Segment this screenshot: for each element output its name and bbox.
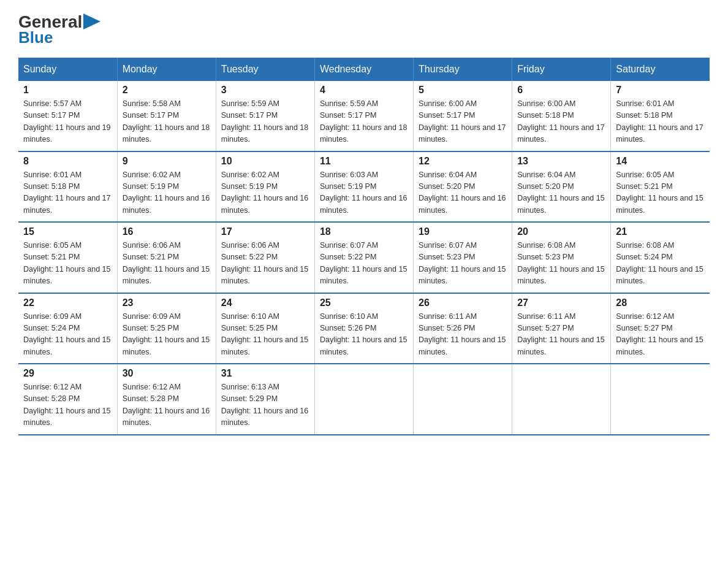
day-number: 7 — [616, 85, 705, 96]
day-info: Sunrise: 5:57 AMSunset: 5:17 PMDaylight:… — [23, 98, 112, 146]
logo-blue: Blue — [18, 29, 53, 45]
day-info: Sunrise: 6:06 AMSunset: 5:21 PMDaylight:… — [123, 240, 211, 288]
day-number: 20 — [517, 226, 605, 237]
day-info: Sunrise: 6:08 AMSunset: 5:24 PMDaylight:… — [616, 240, 705, 288]
logo-arrow-icon — [83, 13, 100, 29]
day-number: 24 — [221, 297, 309, 308]
day-number: 25 — [320, 297, 408, 308]
calendar-cell: 14Sunrise: 6:05 AMSunset: 5:21 PMDayligh… — [611, 151, 710, 223]
day-info: Sunrise: 6:02 AMSunset: 5:19 PMDaylight:… — [221, 169, 309, 217]
day-number: 4 — [320, 85, 408, 96]
calendar-week-row: 22Sunrise: 6:09 AMSunset: 5:24 PMDayligh… — [18, 293, 710, 364]
calendar-cell: 23Sunrise: 6:09 AMSunset: 5:25 PMDayligh… — [117, 293, 216, 364]
calendar-cell: 2Sunrise: 5:58 AMSunset: 5:17 PMDaylight… — [117, 81, 216, 151]
page-header: General Blue — [18, 12, 710, 45]
header-day-wednesday: Wednesday — [314, 58, 413, 81]
day-number: 18 — [320, 226, 408, 237]
calendar-cell: 1Sunrise: 5:57 AMSunset: 5:17 PMDaylight… — [18, 81, 117, 151]
day-number: 17 — [221, 226, 309, 237]
day-info: Sunrise: 5:59 AMSunset: 5:17 PMDaylight:… — [320, 98, 408, 146]
calendar-cell — [314, 364, 413, 435]
calendar-cell: 9Sunrise: 6:02 AMSunset: 5:19 PMDaylight… — [117, 151, 216, 223]
calendar-cell: 28Sunrise: 6:12 AMSunset: 5:27 PMDayligh… — [611, 293, 710, 364]
day-info: Sunrise: 6:01 AMSunset: 5:18 PMDaylight:… — [23, 169, 112, 217]
calendar-cell: 27Sunrise: 6:11 AMSunset: 5:27 PMDayligh… — [512, 293, 611, 364]
header-day-saturday: Saturday — [611, 58, 710, 81]
day-info: Sunrise: 5:58 AMSunset: 5:17 PMDaylight:… — [123, 98, 211, 146]
day-number: 31 — [221, 368, 309, 379]
calendar-cell — [611, 364, 710, 435]
day-number: 10 — [221, 156, 309, 167]
day-number: 14 — [616, 156, 705, 167]
calendar-cell: 7Sunrise: 6:01 AMSunset: 5:18 PMDaylight… — [611, 81, 710, 151]
day-info: Sunrise: 6:12 AMSunset: 5:27 PMDaylight:… — [616, 311, 705, 359]
day-info: Sunrise: 6:01 AMSunset: 5:18 PMDaylight:… — [616, 98, 705, 146]
day-number: 13 — [517, 156, 605, 167]
day-info: Sunrise: 6:00 AMSunset: 5:17 PMDaylight:… — [419, 98, 507, 146]
day-number: 12 — [419, 156, 507, 167]
calendar-week-row: 1Sunrise: 5:57 AMSunset: 5:17 PMDaylight… — [18, 81, 710, 151]
day-number: 9 — [123, 156, 211, 167]
day-info: Sunrise: 6:09 AMSunset: 5:25 PMDaylight:… — [123, 311, 211, 359]
calendar-cell: 17Sunrise: 6:06 AMSunset: 5:22 PMDayligh… — [216, 222, 314, 293]
calendar-cell: 10Sunrise: 6:02 AMSunset: 5:19 PMDayligh… — [216, 151, 314, 223]
day-info: Sunrise: 6:10 AMSunset: 5:26 PMDaylight:… — [320, 311, 408, 359]
day-number: 22 — [23, 297, 112, 308]
calendar-cell: 22Sunrise: 6:09 AMSunset: 5:24 PMDayligh… — [18, 293, 117, 364]
calendar-cell: 18Sunrise: 6:07 AMSunset: 5:22 PMDayligh… — [314, 222, 413, 293]
day-info: Sunrise: 6:05 AMSunset: 5:21 PMDaylight:… — [616, 169, 705, 217]
day-info: Sunrise: 6:04 AMSunset: 5:20 PMDaylight:… — [517, 169, 605, 217]
calendar-cell: 29Sunrise: 6:12 AMSunset: 5:28 PMDayligh… — [18, 364, 117, 435]
calendar-cell: 15Sunrise: 6:05 AMSunset: 5:21 PMDayligh… — [18, 222, 117, 293]
day-info: Sunrise: 6:07 AMSunset: 5:23 PMDaylight:… — [419, 240, 507, 288]
day-info: Sunrise: 6:06 AMSunset: 5:22 PMDaylight:… — [221, 240, 309, 288]
day-number: 3 — [221, 85, 309, 96]
day-number: 11 — [320, 156, 408, 167]
header-day-monday: Monday — [117, 58, 216, 81]
day-info: Sunrise: 6:12 AMSunset: 5:28 PMDaylight:… — [23, 381, 112, 429]
calendar-cell — [512, 364, 611, 435]
calendar-cell: 20Sunrise: 6:08 AMSunset: 5:23 PMDayligh… — [512, 222, 611, 293]
day-info: Sunrise: 6:00 AMSunset: 5:18 PMDaylight:… — [517, 98, 605, 146]
day-number: 6 — [517, 85, 605, 96]
calendar-cell: 12Sunrise: 6:04 AMSunset: 5:20 PMDayligh… — [414, 151, 512, 223]
calendar-cell: 31Sunrise: 6:13 AMSunset: 5:29 PMDayligh… — [216, 364, 314, 435]
calendar-cell: 30Sunrise: 6:12 AMSunset: 5:28 PMDayligh… — [117, 364, 216, 435]
header-day-tuesday: Tuesday — [216, 58, 314, 81]
calendar-cell: 8Sunrise: 6:01 AMSunset: 5:18 PMDaylight… — [18, 151, 117, 223]
calendar-week-row: 29Sunrise: 6:12 AMSunset: 5:28 PMDayligh… — [18, 364, 710, 435]
day-number: 8 — [23, 156, 112, 167]
day-number: 27 — [517, 297, 605, 308]
day-info: Sunrise: 6:11 AMSunset: 5:27 PMDaylight:… — [517, 311, 605, 359]
calendar-cell: 25Sunrise: 6:10 AMSunset: 5:26 PMDayligh… — [314, 293, 413, 364]
calendar-cell: 26Sunrise: 6:11 AMSunset: 5:26 PMDayligh… — [414, 293, 512, 364]
day-number: 1 — [23, 85, 112, 96]
day-number: 23 — [123, 297, 211, 308]
calendar-cell: 21Sunrise: 6:08 AMSunset: 5:24 PMDayligh… — [611, 222, 710, 293]
svg-marker-0 — [83, 13, 100, 29]
calendar-header-row: SundayMondayTuesdayWednesdayThursdayFrid… — [18, 58, 710, 81]
day-number: 19 — [419, 226, 507, 237]
day-info: Sunrise: 6:10 AMSunset: 5:25 PMDaylight:… — [221, 311, 309, 359]
calendar-cell: 11Sunrise: 6:03 AMSunset: 5:19 PMDayligh… — [314, 151, 413, 223]
day-info: Sunrise: 6:08 AMSunset: 5:23 PMDaylight:… — [517, 240, 605, 288]
day-info: Sunrise: 6:12 AMSunset: 5:28 PMDaylight:… — [123, 381, 211, 429]
day-number: 16 — [123, 226, 211, 237]
day-info: Sunrise: 6:02 AMSunset: 5:19 PMDaylight:… — [123, 169, 211, 217]
day-number: 26 — [419, 297, 507, 308]
day-number: 29 — [23, 368, 112, 379]
day-number: 15 — [23, 226, 112, 237]
calendar-cell: 13Sunrise: 6:04 AMSunset: 5:20 PMDayligh… — [512, 151, 611, 223]
header-day-friday: Friday — [512, 58, 611, 81]
calendar-cell: 3Sunrise: 5:59 AMSunset: 5:17 PMDaylight… — [216, 81, 314, 151]
day-info: Sunrise: 5:59 AMSunset: 5:17 PMDaylight:… — [221, 98, 309, 146]
calendar-table: SundayMondayTuesdayWednesdayThursdayFrid… — [18, 58, 710, 435]
day-info: Sunrise: 6:07 AMSunset: 5:22 PMDaylight:… — [320, 240, 408, 288]
day-number: 2 — [123, 85, 211, 96]
day-info: Sunrise: 6:03 AMSunset: 5:19 PMDaylight:… — [320, 169, 408, 217]
calendar-cell: 19Sunrise: 6:07 AMSunset: 5:23 PMDayligh… — [414, 222, 512, 293]
calendar-cell: 24Sunrise: 6:10 AMSunset: 5:25 PMDayligh… — [216, 293, 314, 364]
header-day-sunday: Sunday — [18, 58, 117, 81]
day-info: Sunrise: 6:04 AMSunset: 5:20 PMDaylight:… — [419, 169, 507, 217]
calendar-cell: 16Sunrise: 6:06 AMSunset: 5:21 PMDayligh… — [117, 222, 216, 293]
